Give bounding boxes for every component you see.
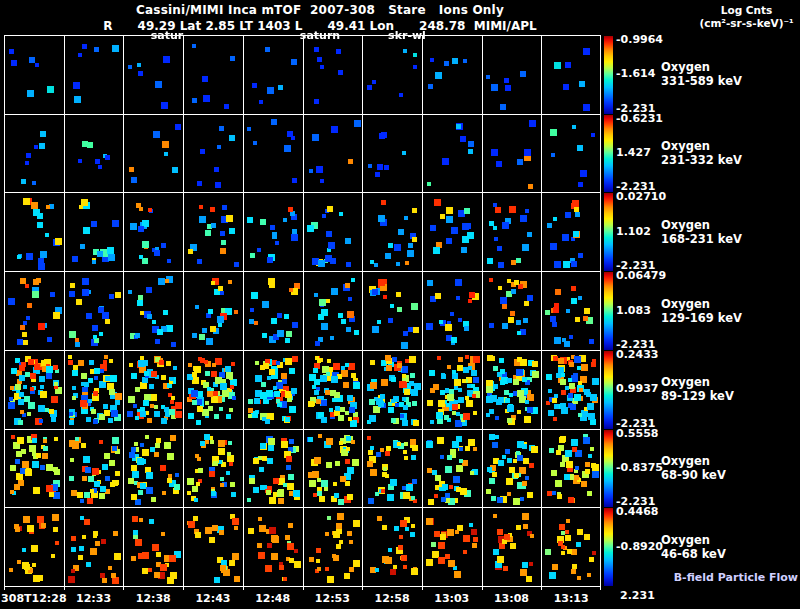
colorbar-min-label: 2.231 <box>620 589 655 602</box>
colorbar-row1 <box>604 36 613 114</box>
energy-band: 68-90 keV <box>661 468 726 482</box>
species-label: Oxygen331-589 keV <box>661 60 742 88</box>
colorbar-units-line2: (cm²-sr-s-keV)⁻¹ <box>693 17 800 30</box>
colorbar-row4 <box>604 272 613 350</box>
colorbar-max-label: -0.9964 <box>616 33 663 46</box>
species-name: Oxygen <box>661 139 742 153</box>
energy-band: 331-589 keV <box>661 74 742 88</box>
colorbar-units-line1: Log Cnts <box>693 4 800 17</box>
energy-band: 231-332 keV <box>661 153 742 167</box>
species-name: Oxygen <box>661 375 734 389</box>
event-annotation-saturn: saturn <box>300 29 340 42</box>
colorbar-max-label: 0.5558 <box>616 427 658 440</box>
bfield-note: B-field Particle Flow <box>650 571 798 584</box>
species-name: Oxygen <box>661 454 726 468</box>
species-label: Oxygen68-90 keV <box>661 454 726 482</box>
species-label: Oxygen46-68 keV <box>661 533 726 561</box>
colorbar-mid-label: 1.427 <box>616 146 651 159</box>
colorbar-row3 <box>604 193 613 271</box>
species-label: Oxygen89-129 keV <box>661 375 734 403</box>
time-tick-label: 12:58 <box>375 592 410 605</box>
time-tick-label: 12:48 <box>255 592 290 605</box>
colorbar-row6 <box>604 430 613 508</box>
time-tick-label: 12:33 <box>76 592 111 605</box>
energy-band: 89-129 keV <box>661 389 734 403</box>
colorbar-max-label: 0.02710 <box>616 190 666 203</box>
species-name: Oxygen <box>661 297 742 311</box>
energy-band: 168-231 keV <box>661 232 742 246</box>
page-title: Cassini/MIMI Inca mTOF 2007-308 Stare Io… <box>0 3 640 17</box>
energy-band: 129-169 keV <box>661 311 742 325</box>
colorbar-row2 <box>604 115 613 193</box>
time-tick-label: 13:03 <box>434 592 469 605</box>
time-tick-label: 13:08 <box>494 592 529 605</box>
colorbar-max-label: 0.4468 <box>616 505 658 518</box>
energy-band: 46-68 keV <box>661 547 726 561</box>
colorbar-units-label: Log Cnts (cm²-sr-s-keV)⁻¹ <box>693 4 800 30</box>
colorbar-mid-label: 1.102 <box>616 225 651 238</box>
species-name: Oxygen <box>661 218 742 232</box>
colorbar-max-label: 0.2433 <box>616 348 658 361</box>
colorbar-mid-label: 0.9937 <box>616 382 658 395</box>
time-tick-label: 12:43 <box>195 592 230 605</box>
colorbar-mid-label: -0.8920 <box>616 540 663 553</box>
time-tick-label: 12:53 <box>315 592 350 605</box>
time-tick-label: 308T12:28 <box>1 592 66 605</box>
species-name: Oxygen <box>661 60 742 74</box>
time-tick-label: 13:13 <box>554 592 589 605</box>
mimi-inca-display: Cassini/MIMI Inca mTOF 2007-308 Stare Io… <box>0 0 800 609</box>
colorbar-row7 <box>604 508 613 586</box>
colorbar-mid-label: -1.614 <box>616 67 655 80</box>
species-name: Oxygen <box>661 533 726 547</box>
species-label: Oxygen231-332 keV <box>661 139 742 167</box>
species-label: Oxygen129-169 keV <box>661 297 742 325</box>
species-label: Oxygen168-231 keV <box>661 218 742 246</box>
time-tick-label: 12:38 <box>136 592 171 605</box>
colorbar-max-label: 0.06479 <box>616 269 666 282</box>
event-annotation-skr-wl: skr-wl <box>388 29 426 42</box>
colorbar-mid-label: 1.083 <box>616 304 651 317</box>
colorbar-max-label: -0.6231 <box>616 112 663 125</box>
event-annotation-satur: satur <box>151 29 183 42</box>
colorbar-mid-label: -0.8375 <box>616 461 663 474</box>
colorbar-row5 <box>604 351 613 429</box>
spectrogram-grid <box>4 35 601 591</box>
